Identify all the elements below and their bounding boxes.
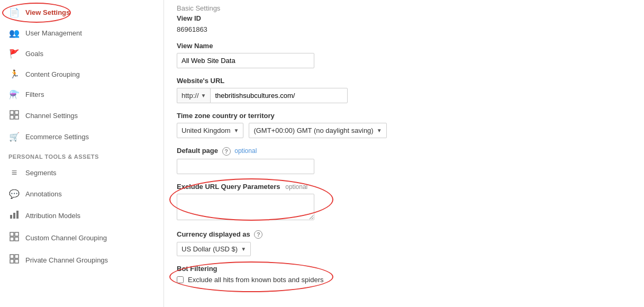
timezone-group: Time zone country or territory United Ki… xyxy=(177,112,631,138)
personal-tools-header: PERSONAL TOOLS & ASSETS xyxy=(0,147,164,162)
sidebar-item-content-grouping[interactable]: 🏃 Content Grouping xyxy=(0,64,164,84)
bot-filtering-group: Bot Filtering Exclude all hits from know… xyxy=(177,265,631,284)
svg-rect-6 xyxy=(16,211,19,219)
exclude-url-group: Exclude URL Query Parameters optional xyxy=(177,183,631,222)
view-id-group: View ID 86961863 xyxy=(177,14,631,33)
url-row: http:// ▼ xyxy=(177,88,631,103)
protocol-value: http:// xyxy=(182,92,199,100)
default-page-help[interactable]: ? xyxy=(222,147,231,156)
private-channel-groupings-icon xyxy=(8,254,20,266)
svg-rect-9 xyxy=(10,237,14,241)
sidebar-item-label: User Management xyxy=(25,29,82,37)
exclude-url-label: Exclude URL Query Parameters optional xyxy=(177,183,631,191)
bot-filtering-label: Bot Filtering xyxy=(177,265,631,273)
sidebar-item-label: View Settings xyxy=(25,8,70,16)
timezone-country-dropdown[interactable]: United Kingdom ▼ xyxy=(177,123,243,138)
exclude-url-input[interactable] xyxy=(177,194,314,220)
exclude-url-optional: optional xyxy=(285,183,307,191)
view-id-value: 86961863 xyxy=(177,25,631,33)
country-caret: ▼ xyxy=(234,128,239,133)
svg-rect-12 xyxy=(15,255,19,258)
sidebar-item-label: Content Grouping xyxy=(25,70,80,78)
svg-rect-0 xyxy=(10,111,14,114)
currency-help[interactable]: ? xyxy=(254,230,262,239)
website-url-label: Website's URL xyxy=(177,77,631,85)
ecommerce-icon: 🛒 xyxy=(8,132,20,142)
sidebar-item-attribution-models[interactable]: Attribution Models xyxy=(0,204,164,227)
timezone-zone-value: (GMT+00:00) GMT (no daylight saving) xyxy=(253,127,373,134)
sidebar-item-label: Channel Settings xyxy=(25,112,78,120)
sidebar-item-channel-settings[interactable]: Channel Settings xyxy=(0,105,164,127)
website-url-group: Website's URL http:// ▼ xyxy=(177,77,631,103)
svg-rect-5 xyxy=(13,213,15,219)
sidebar-item-annotations[interactable]: 💬 Annotations xyxy=(0,184,164,204)
default-page-label: Default page ? optional xyxy=(177,147,631,156)
currency-caret: ▼ xyxy=(241,246,246,252)
svg-rect-3 xyxy=(15,115,19,119)
attribution-models-icon xyxy=(8,210,20,221)
sidebar-item-label: Private Channel Groupings xyxy=(25,256,108,264)
sidebar-item-user-management[interactable]: 👥 User Management xyxy=(0,23,164,43)
view-name-label: View Name xyxy=(177,42,631,50)
protocol-caret: ▼ xyxy=(201,93,206,98)
sidebar-item-ecommerce-settings[interactable]: 🛒 Ecommerce Settings xyxy=(0,127,164,147)
sidebar-item-private-channel-groupings[interactable]: Private Channel Groupings xyxy=(0,249,164,271)
currency-value: US Dollar (USD $) xyxy=(182,245,238,253)
filters-icon: ⚗️ xyxy=(8,89,20,100)
currency-label: Currency displayed as ? xyxy=(177,230,631,239)
svg-rect-14 xyxy=(15,259,19,263)
svg-rect-1 xyxy=(15,111,19,114)
svg-rect-10 xyxy=(15,237,19,241)
default-page-group: Default page ? optional xyxy=(177,147,631,174)
bot-filtering-row: Exclude all hits from known bots and spi… xyxy=(177,276,631,284)
annotations-icon: 💬 xyxy=(8,189,20,199)
sidebar-item-label: Segments xyxy=(25,169,57,177)
sidebar-item-view-settings[interactable]: 📄 View Settings xyxy=(0,2,164,23)
protocol-dropdown[interactable]: http:// ▼ xyxy=(177,88,210,103)
svg-rect-13 xyxy=(10,259,14,263)
view-name-group: View Name xyxy=(177,42,631,68)
channel-settings-icon xyxy=(8,110,20,121)
timezone-country-value: United Kingdom xyxy=(182,127,231,134)
zone-caret: ▼ xyxy=(377,128,382,133)
breadcrumb: Basic Settings xyxy=(177,0,631,14)
currency-group: Currency displayed as ? US Dollar (USD $… xyxy=(177,230,631,257)
sidebar-item-label: Custom Channel Grouping xyxy=(25,234,107,242)
user-management-icon: 👥 xyxy=(8,28,20,38)
sidebar-item-label: Filters xyxy=(25,91,44,98)
sidebar-item-segments[interactable]: ≡ Segments xyxy=(0,162,164,184)
timezone-zone-dropdown[interactable]: (GMT+00:00) GMT (no daylight saving) ▼ xyxy=(249,123,386,138)
sidebar: 📄 View Settings 👥 User Management 🚩 Goal… xyxy=(0,0,164,307)
sidebar-item-label: Goals xyxy=(25,50,43,58)
sidebar-item-label: Ecommerce Settings xyxy=(25,133,89,141)
view-name-input[interactable] xyxy=(177,53,314,68)
goals-icon: 🚩 xyxy=(8,49,20,59)
sidebar-item-goals[interactable]: 🚩 Goals xyxy=(0,43,164,64)
segments-icon: ≡ xyxy=(8,167,20,178)
svg-rect-8 xyxy=(15,232,19,236)
svg-rect-11 xyxy=(10,255,14,258)
custom-channel-grouping-icon xyxy=(8,232,20,243)
content-grouping-icon: 🏃 xyxy=(8,69,20,79)
svg-rect-4 xyxy=(10,215,12,219)
view-id-label: View ID xyxy=(177,14,631,22)
sidebar-item-label: Annotations xyxy=(25,190,62,198)
bot-filtering-checkbox[interactable] xyxy=(177,276,184,283)
sidebar-item-filters[interactable]: ⚗️ Filters xyxy=(0,84,164,105)
main-content: Basic Settings View ID 86961863 View Nam… xyxy=(164,0,644,307)
timezone-row: United Kingdom ▼ (GMT+00:00) GMT (no day… xyxy=(177,123,631,138)
currency-dropdown[interactable]: US Dollar (USD $) ▼ xyxy=(177,242,251,256)
bot-filtering-text: Exclude all hits from known bots and spi… xyxy=(188,276,324,284)
domain-input[interactable] xyxy=(210,88,348,103)
view-settings-icon: 📄 xyxy=(8,7,20,17)
sidebar-item-label: Attribution Models xyxy=(25,212,80,220)
svg-rect-2 xyxy=(10,115,14,119)
svg-rect-7 xyxy=(10,232,14,236)
timezone-label: Time zone country or territory xyxy=(177,112,631,120)
default-page-optional: optional xyxy=(234,147,257,155)
default-page-input[interactable] xyxy=(177,159,314,174)
sidebar-item-custom-channel-grouping[interactable]: Custom Channel Grouping xyxy=(0,227,164,249)
